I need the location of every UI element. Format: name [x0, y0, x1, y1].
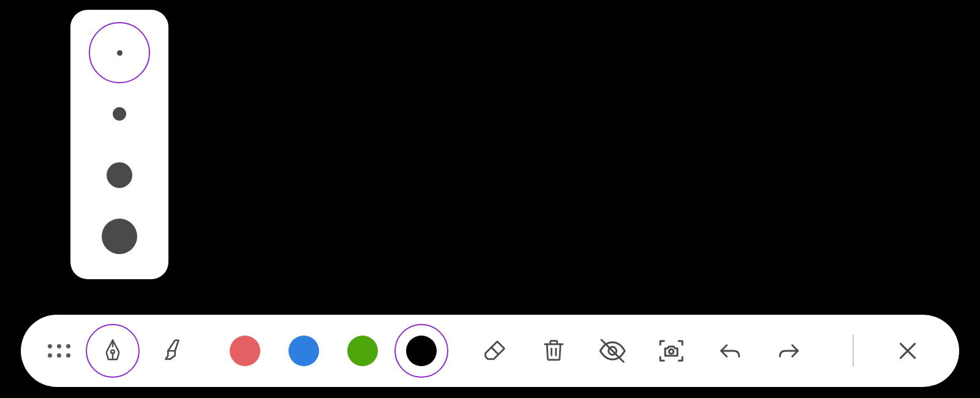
size-dot-icon: [107, 162, 132, 188]
drag-dot-icon: [66, 344, 70, 348]
drag-dot-icon: [66, 353, 70, 358]
delete-button[interactable]: [527, 324, 581, 378]
color-swatch-icon: [288, 336, 319, 366]
eye-off-icon: [598, 336, 627, 366]
color-black[interactable]: [394, 324, 448, 378]
redo-button[interactable]: [762, 324, 816, 378]
color-swatch-icon: [406, 336, 437, 366]
eraser-icon: [481, 337, 509, 365]
drag-dot-icon: [57, 344, 61, 348]
undo-button[interactable]: [703, 324, 757, 378]
trash-icon: [540, 337, 567, 364]
pen-size-xs[interactable]: [89, 22, 150, 83]
pen-size-popup: [70, 10, 168, 279]
annotation-toolbar: [21, 315, 959, 387]
size-dot-icon: [117, 50, 123, 56]
highlighter-icon: [157, 337, 186, 365]
close-icon: [895, 339, 920, 363]
size-dot-icon: [113, 107, 126, 121]
color-swatch-icon: [347, 336, 378, 366]
pen-size-lg[interactable]: [89, 206, 150, 267]
color-blue[interactable]: [277, 324, 331, 378]
svg-point-0: [111, 350, 115, 354]
close-button[interactable]: [881, 324, 935, 378]
eraser-tool[interactable]: [468, 324, 522, 378]
size-dot-icon: [102, 219, 137, 254]
svg-line-2: [491, 347, 499, 355]
pen-icon: [100, 338, 126, 364]
color-green[interactable]: [336, 324, 390, 378]
pen-size-md[interactable]: [89, 145, 150, 206]
hide-button[interactable]: [586, 324, 639, 378]
pen-size-sm[interactable]: [89, 83, 150, 145]
drag-dot-icon: [57, 353, 61, 358]
color-red[interactable]: [218, 324, 272, 378]
drag-handle[interactable]: [45, 344, 72, 358]
drag-dot-icon: [48, 344, 52, 348]
capture-button[interactable]: [644, 324, 698, 378]
redo-icon: [775, 337, 802, 364]
divider: [853, 335, 854, 367]
undo-icon: [717, 337, 744, 364]
pen-tool[interactable]: [86, 324, 140, 378]
camera-capture-icon: [657, 336, 686, 366]
svg-point-7: [669, 350, 673, 354]
highlighter-tool[interactable]: [145, 324, 198, 378]
color-swatch-icon: [230, 336, 260, 366]
drag-dot-icon: [48, 353, 52, 358]
